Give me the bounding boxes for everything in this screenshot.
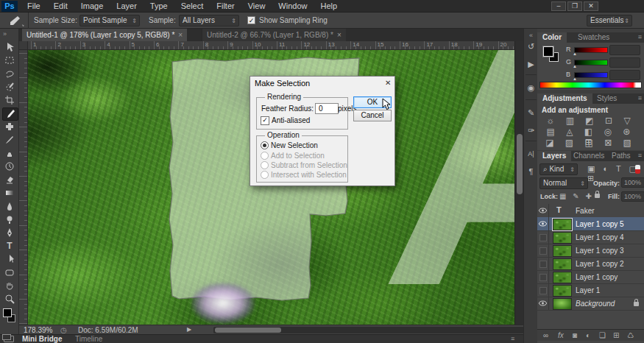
mini-bridge-icon[interactable] xyxy=(4,336,14,342)
restore-button[interactable]: ❐ xyxy=(567,1,582,11)
foreground-color-swatch[interactable] xyxy=(543,46,553,57)
eye-icon[interactable] xyxy=(539,300,547,306)
layer-row-layer-1-copy[interactable]: Layer 1 copy xyxy=(537,270,644,284)
layer-thumbnail[interactable] xyxy=(553,258,572,270)
new-layer-icon[interactable]: ⊞ xyxy=(613,331,619,339)
type-tool[interactable]: T xyxy=(2,240,17,252)
shape-tool[interactable] xyxy=(2,266,17,278)
eyedropper-tool-preset[interactable] xyxy=(6,15,25,26)
color-spectrum-bar[interactable] xyxy=(539,82,642,88)
document-tab-1[interactable]: Untitled-1 @ 178% (Layer 1 copy 5, RGB/8… xyxy=(22,29,187,41)
menu-layer[interactable]: Layer xyxy=(110,0,144,12)
new-selection-radio[interactable] xyxy=(261,141,269,149)
fill-field[interactable]: 100% xyxy=(621,191,644,202)
expand-panels-icon[interactable]: « xyxy=(524,29,538,41)
close-button[interactable]: ✕ xyxy=(584,1,598,11)
blend-mode-dropdown[interactable]: Normal ⇕ xyxy=(539,177,588,189)
visibility-toggle[interactable] xyxy=(539,247,547,255)
adjustment-icons-row-3[interactable]: ◪ ▨ ◫ ⊠ ▧ xyxy=(537,138,644,148)
opacity-field[interactable]: 100% xyxy=(621,177,644,188)
dodge-tool[interactable] xyxy=(2,213,17,225)
layer-thumbnail[interactable] xyxy=(553,219,572,230)
sample-size-dropdown[interactable]: Point Sample ⇕ xyxy=(79,15,140,26)
character-panel-icon[interactable]: A| xyxy=(524,148,538,160)
hand-tool[interactable] xyxy=(2,280,17,291)
green-value-field[interactable] xyxy=(609,57,640,68)
eraser-tool[interactable] xyxy=(2,174,17,185)
tab-adjustments[interactable]: Adjustments xyxy=(537,93,592,104)
vertical-ruler[interactable] xyxy=(19,50,28,325)
red-slider-marker[interactable]: ▲ xyxy=(573,52,577,56)
layer-row-background[interactable]: Background xyxy=(537,297,644,311)
blue-slider[interactable] xyxy=(574,72,608,78)
eyedropper-tool[interactable] xyxy=(2,107,18,121)
clone-stamp-tool[interactable] xyxy=(2,147,17,159)
dialog-close-icon[interactable]: ✕ xyxy=(385,79,391,87)
layer-thumbnail[interactable] xyxy=(553,298,572,310)
panel-menu-icon[interactable]: ≡ xyxy=(638,33,642,40)
link-layers-icon[interactable]: ∞ xyxy=(543,331,548,339)
green-slider-marker[interactable]: ▲ xyxy=(573,64,577,68)
visibility-toggle[interactable] xyxy=(539,261,547,268)
lock-all-icon[interactable] xyxy=(595,194,600,198)
close-tab-icon[interactable]: × xyxy=(337,31,342,39)
eye-icon[interactable] xyxy=(539,208,547,213)
red-slider[interactable] xyxy=(574,47,608,53)
feather-radius-input[interactable]: 0 xyxy=(315,103,339,114)
move-tool[interactable] xyxy=(2,41,17,53)
eye-icon[interactable] xyxy=(539,221,547,227)
zoom-level[interactable]: 178.39% xyxy=(24,326,52,334)
brush-tool[interactable] xyxy=(2,134,17,146)
intersect-with-selection-radio[interactable] xyxy=(261,171,269,179)
tab-swatches[interactable]: Swatches xyxy=(573,32,615,43)
panel-menu-icon[interactable]: ≡ xyxy=(511,335,514,342)
tab-paths[interactable]: Paths xyxy=(606,151,636,161)
tab-layers[interactable]: Layers xyxy=(537,151,571,161)
visibility-toggle[interactable] xyxy=(539,234,547,241)
tab-styles[interactable]: Styles xyxy=(592,93,622,104)
layer-thumbnail[interactable] xyxy=(553,272,572,283)
tab-channels[interactable]: Channels xyxy=(568,151,609,161)
path-selection-tool[interactable] xyxy=(2,253,17,265)
menu-view[interactable]: View xyxy=(241,0,272,12)
brush-panel-icon[interactable]: ✎ xyxy=(524,107,538,119)
foreground-color-swatch[interactable] xyxy=(3,308,12,317)
vertical-scrollbar-thumb[interactable] xyxy=(517,134,523,194)
layer-thumbnail[interactable] xyxy=(553,285,572,297)
history-panel-icon[interactable]: ↺ xyxy=(524,40,538,52)
doc-size-info[interactable]: Doc: 6.59M/60.2M xyxy=(78,326,138,334)
menu-filter[interactable]: Filter xyxy=(210,0,241,12)
layer-filter-toggle[interactable] xyxy=(635,165,640,174)
blue-value-field[interactable] xyxy=(609,70,640,80)
adjustment-layer-icon[interactable]: ◐ xyxy=(586,331,590,339)
red-value-field[interactable] xyxy=(609,45,640,55)
tab-color[interactable]: Color xyxy=(537,32,567,43)
delete-layer-icon[interactable]: ♺ xyxy=(627,331,634,339)
layer-mask-icon[interactable]: ◙ xyxy=(573,331,577,339)
sample-dropdown[interactable]: All Layers ⇕ xyxy=(179,15,239,26)
toolbar-collapse-icon[interactable]: » xyxy=(3,30,7,38)
panel-menu-icon[interactable]: ≡ xyxy=(638,152,642,159)
crop-tool[interactable] xyxy=(2,94,17,106)
panel-menu-icon[interactable]: ≡ xyxy=(638,94,642,102)
layer-row-faker[interactable]: T Faker xyxy=(537,204,644,218)
visibility-toggle[interactable] xyxy=(539,274,547,281)
spot-healing-brush-tool[interactable] xyxy=(2,121,17,132)
layer-thumbnail[interactable] xyxy=(553,245,572,257)
menu-image[interactable]: Image xyxy=(74,0,110,12)
subtract-from-selection-radio[interactable] xyxy=(261,161,269,169)
pen-tool[interactable] xyxy=(2,227,17,238)
menu-edit[interactable]: Edit xyxy=(47,0,74,12)
vertical-scrollbar[interactable] xyxy=(514,41,523,325)
lasso-tool[interactable] xyxy=(2,68,17,79)
horizontal-scrollbar-thumb[interactable] xyxy=(215,328,281,333)
history-brush-tool[interactable] xyxy=(2,160,17,172)
actions-panel-icon[interactable]: ▶ xyxy=(524,58,538,70)
clone-source-panel-icon[interactable]: ✑ xyxy=(524,124,538,136)
gradient-tool[interactable] xyxy=(2,187,17,199)
layer-row-layer-1-copy-4[interactable]: Layer 1 copy 4 xyxy=(537,230,644,244)
anti-aliased-checkbox[interactable]: ✓ xyxy=(261,116,269,125)
zoom-tool[interactable] xyxy=(2,293,17,305)
quick-selection-tool[interactable] xyxy=(2,81,17,93)
layer-row-layer-1[interactable]: Layer 1 xyxy=(537,283,644,297)
